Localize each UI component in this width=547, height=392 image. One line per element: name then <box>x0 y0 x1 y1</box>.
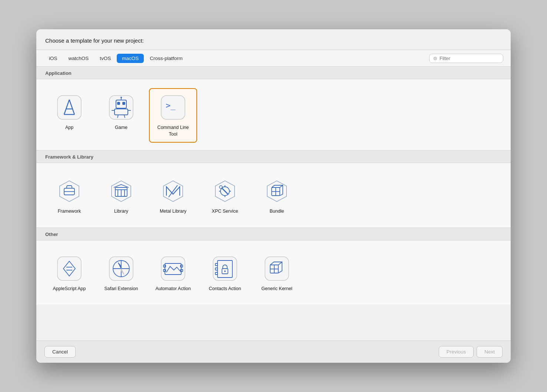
template-item-automator-action[interactable]: Automator Action <box>149 249 197 298</box>
svg-rect-41 <box>57 257 81 280</box>
app-icon <box>56 94 83 121</box>
game-icon <box>108 94 135 121</box>
svg-marker-37 <box>267 181 286 202</box>
footer: Cancel Previous Next <box>36 340 511 363</box>
contacts-action-icon <box>212 255 238 282</box>
section-grid-application: App <box>36 79 511 150</box>
content-area: Application <box>36 67 511 340</box>
svg-point-60 <box>224 270 226 272</box>
svg-text:>_: >_ <box>166 101 176 110</box>
game-label: Game <box>115 124 127 131</box>
next-button[interactable]: Next <box>477 346 503 358</box>
section-header-framework-library: Framework & Library <box>36 150 511 163</box>
svg-line-35 <box>222 188 228 195</box>
template-item-library[interactable]: Library <box>97 172 145 220</box>
section-grid-other: AppleScript App <box>36 240 511 305</box>
template-item-command-line-tool[interactable]: >_ Command Line Tool <box>149 88 197 143</box>
safari-extension-label: Safari Extension <box>104 286 138 292</box>
filter-input[interactable] <box>440 56 499 61</box>
template-item-safari-extension[interactable]: Safari Extension <box>97 249 145 298</box>
section-header-application: Application <box>36 67 511 79</box>
automator-action-icon <box>160 255 186 282</box>
tab-ios[interactable]: iOS <box>44 54 63 63</box>
svg-point-15 <box>120 97 122 98</box>
tab-macos[interactable]: macOS <box>117 54 144 63</box>
tab-bar: iOS watchOS tvOS macOS Cross-platform ⊜ <box>36 50 511 67</box>
automator-action-label: Automator Action <box>155 286 190 292</box>
template-item-game[interactable]: Game <box>97 88 145 143</box>
svg-rect-6 <box>117 102 120 104</box>
svg-point-36 <box>219 186 222 189</box>
app-label: App <box>65 124 73 131</box>
xpc-service-icon <box>212 178 238 205</box>
command-line-tool-label: Command Line Tool <box>153 124 193 137</box>
svg-rect-0 <box>57 96 81 119</box>
svg-marker-18 <box>60 181 79 202</box>
xpc-service-label: XPC Service <box>212 208 238 215</box>
library-label: Library <box>114 208 128 215</box>
library-icon <box>108 178 135 205</box>
bundle-icon <box>263 178 290 205</box>
template-item-contacts-action[interactable]: Contacts Action <box>201 249 249 298</box>
cancel-button[interactable]: Cancel <box>44 346 76 358</box>
previous-button[interactable]: Previous <box>439 346 474 358</box>
template-item-app[interactable]: App <box>45 88 93 143</box>
applescript-app-label: AppleScript App <box>53 286 86 292</box>
filter-icon: ⊜ <box>433 56 437 61</box>
tab-tvos[interactable]: tvOS <box>95 54 116 63</box>
metal-library-icon <box>160 178 186 205</box>
nav-buttons: Previous Next <box>439 346 503 358</box>
generic-kernel-icon <box>263 255 290 282</box>
framework-icon <box>56 178 83 205</box>
svg-rect-7 <box>123 102 125 104</box>
template-item-metal-library[interactable]: Metal Library <box>149 172 197 220</box>
section-header-other: Other <box>36 228 511 240</box>
applescript-app-icon <box>56 255 83 282</box>
template-item-applescript-app[interactable]: AppleScript App <box>45 249 93 298</box>
tab-crossplatform[interactable]: Cross-platform <box>145 54 188 63</box>
command-line-tool-icon: >_ <box>160 94 186 121</box>
bundle-label: Bundle <box>270 208 284 215</box>
contacts-action-label: Contacts Action <box>209 286 241 292</box>
framework-label: Framework <box>58 208 81 215</box>
template-item-xpc-service[interactable]: XPC Service <box>201 172 249 220</box>
tab-watchos[interactable]: watchOS <box>63 54 94 63</box>
filter-box: ⊜ <box>429 54 503 63</box>
svg-rect-61 <box>265 257 289 280</box>
metal-library-label: Metal Library <box>160 208 186 215</box>
generic-kernel-label: Generic Kernel <box>261 286 292 292</box>
template-item-bundle[interactable]: Bundle <box>253 172 301 220</box>
safari-extension-icon <box>108 255 135 282</box>
section-grid-framework-library: Framework <box>36 163 511 228</box>
dialog: Choose a template for your new project: … <box>36 29 511 363</box>
dialog-title: Choose a template for your new project: <box>36 29 511 50</box>
template-item-generic-kernel[interactable]: Generic Kernel <box>253 249 301 298</box>
template-item-framework[interactable]: Framework <box>45 172 93 220</box>
